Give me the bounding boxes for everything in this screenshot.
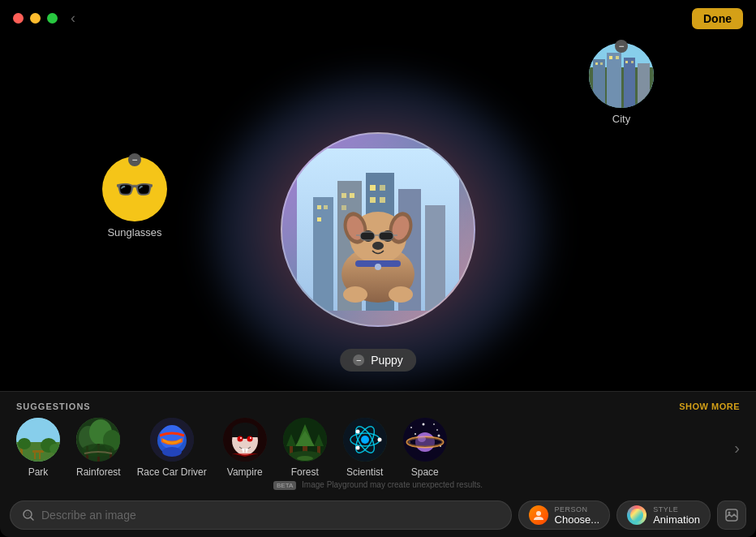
bottom-toolbar: Describe an image PERSON Choose...	[0, 493, 756, 537]
svg-rect-41	[638, 63, 650, 108]
search-icon	[22, 509, 35, 522]
puppy-image	[297, 148, 459, 311]
svg-rect-44	[609, 56, 612, 59]
person-label: PERSON Choose...	[555, 505, 600, 526]
svg-rect-40	[624, 58, 635, 108]
person-value: Choose...	[555, 513, 600, 526]
traffic-lights	[13, 13, 58, 24]
svg-point-98	[410, 427, 412, 428]
scientist-circle	[343, 418, 387, 462]
vampire-circle	[223, 418, 267, 462]
canvas-wrapper: − 🕶️ Sunglasses −	[281, 132, 475, 327]
city-label: City	[612, 113, 630, 125]
svg-rect-14	[370, 197, 376, 203]
svg-point-34	[343, 286, 367, 303]
image-icon	[724, 508, 739, 522]
vampire-label: Vampire	[227, 466, 263, 478]
suggestions-title: SUGGESTIONS	[16, 402, 91, 411]
svg-point-51	[18, 438, 31, 449]
canvas-area: − 🕶️ Sunglasses −	[0, 36, 756, 423]
svg-point-110	[437, 435, 440, 437]
suggestion-space[interactable]: Space	[403, 418, 447, 478]
svg-rect-6	[317, 205, 321, 209]
sunglasses-element[interactable]: − 🕶️ Sunglasses	[102, 157, 167, 238]
svg-point-95	[355, 430, 359, 434]
maximize-button[interactable]	[47, 13, 58, 24]
suggestion-forest[interactable]: Forest	[283, 418, 327, 478]
race-car-driver-label: Race Car Driver	[137, 466, 207, 478]
sunglasses-label: Sunglasses	[107, 226, 161, 238]
space-circle	[403, 418, 447, 462]
svg-rect-1	[313, 197, 333, 311]
svg-point-94	[377, 438, 381, 442]
svg-rect-46	[625, 61, 628, 63]
park-label: Park	[28, 466, 49, 478]
svg-point-75	[240, 437, 242, 439]
style-type: STYLE	[653, 505, 700, 513]
svg-point-103	[433, 423, 435, 425]
suggestion-vampire[interactable]: Vampire	[223, 418, 267, 478]
svg-rect-10	[350, 193, 354, 198]
rainforest-circle	[76, 418, 120, 462]
beta-badge: BETA	[273, 481, 296, 490]
suggestion-park[interactable]: Park	[16, 418, 60, 478]
svg-point-108	[418, 436, 426, 442]
city-circle	[589, 43, 654, 108]
svg-rect-52	[32, 450, 44, 453]
svg-rect-54	[39, 453, 41, 459]
bottom-section: SUGGESTIONS SHOW MORE Park	[0, 391, 756, 537]
city-element[interactable]: −	[589, 43, 654, 125]
style-value: Animation	[653, 513, 700, 526]
person-avatar	[529, 505, 548, 525]
sunglasses-circle: 🕶️	[102, 157, 167, 221]
svg-point-73	[237, 436, 243, 442]
svg-rect-27	[379, 232, 393, 240]
svg-point-64	[82, 444, 114, 457]
show-more-button[interactable]: SHOW MORE	[679, 402, 740, 411]
minimize-button[interactable]	[30, 13, 41, 24]
person-button[interactable]: PERSON Choose...	[518, 500, 611, 530]
main-circle	[281, 132, 475, 327]
remove-puppy-button[interactable]: −	[353, 354, 364, 366]
suggestions-list: Park Rainforest	[0, 418, 756, 478]
title-bar: ‹ Done	[0, 0, 756, 36]
svg-rect-9	[341, 193, 346, 198]
back-button[interactable]: ‹	[71, 10, 75, 27]
forest-label: Forest	[291, 466, 319, 478]
svg-rect-7	[324, 205, 328, 209]
svg-point-33	[375, 264, 381, 270]
svg-rect-13	[380, 185, 385, 191]
close-button[interactable]	[13, 13, 24, 24]
suggestion-race-car-driver[interactable]: Race Car Driver	[137, 418, 207, 478]
image-library-button[interactable]	[717, 500, 746, 530]
svg-rect-53	[34, 453, 36, 459]
race-car-driver-circle	[150, 418, 194, 462]
svg-point-88	[297, 456, 313, 461]
done-button[interactable]: Done	[692, 8, 743, 29]
suggestion-scientist[interactable]: Scientist	[343, 418, 387, 478]
next-suggestions-button[interactable]: ›	[734, 439, 740, 458]
svg-point-35	[389, 286, 413, 303]
puppy-label-container: − Puppy	[340, 349, 416, 372]
main-image-container[interactable]	[281, 132, 475, 327]
remove-sunglasses-button[interactable]: −	[128, 153, 141, 166]
svg-rect-42	[595, 62, 598, 65]
puppy-label-pill[interactable]: − Puppy	[340, 349, 416, 372]
svg-point-99	[422, 423, 424, 426]
svg-rect-11	[341, 205, 346, 210]
style-icon	[627, 505, 646, 525]
svg-point-74	[247, 436, 252, 442]
suggestion-rainforest[interactable]: Rainforest	[76, 418, 121, 478]
svg-rect-47	[631, 61, 634, 63]
search-field[interactable]: Describe an image	[10, 500, 512, 530]
style-button[interactable]: STYLE Animation	[616, 500, 711, 530]
svg-point-114	[630, 509, 643, 522]
svg-point-100	[436, 429, 438, 431]
svg-point-109	[415, 433, 416, 435]
puppy-label: Puppy	[371, 354, 403, 367]
svg-point-112	[26, 513, 29, 516]
svg-point-68	[162, 447, 182, 457]
svg-rect-38	[593, 59, 605, 108]
remove-city-button[interactable]: −	[615, 40, 628, 53]
svg-rect-5	[425, 205, 445, 311]
